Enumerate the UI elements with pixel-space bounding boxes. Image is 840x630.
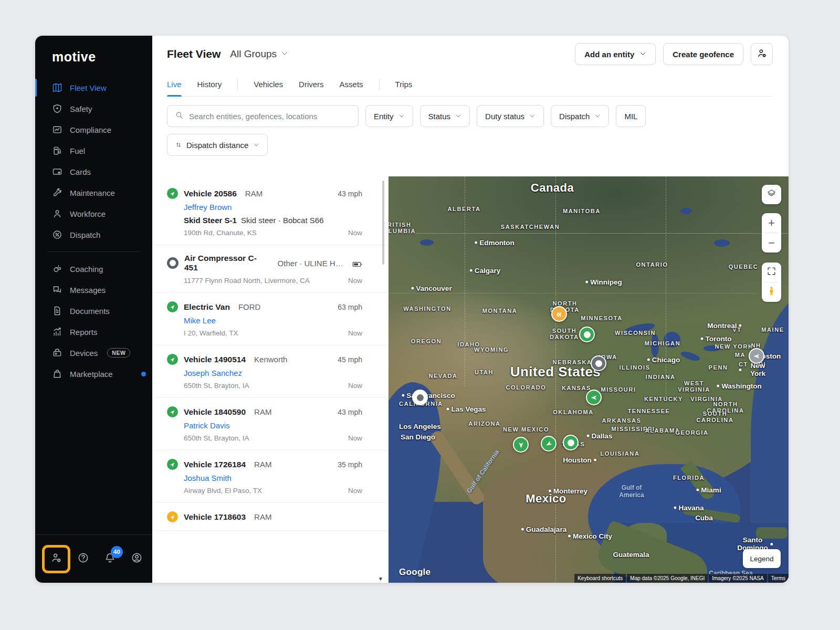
filter-duty-status[interactable]: Duty status (477, 105, 544, 127)
layers-icon[interactable] (762, 185, 781, 204)
tab-live[interactable]: Live (167, 72, 182, 96)
map-label-text: WASHINGTON (403, 306, 452, 312)
tab-trips[interactable]: Trips (395, 72, 413, 96)
map-label-mexico: Mexico (526, 492, 566, 506)
marker-gray-dot-iowa[interactable] (591, 355, 606, 371)
driver-link[interactable]: Joseph Sanchez (184, 369, 362, 377)
help-button[interactable] (76, 552, 90, 566)
map-label-havana: Havana (674, 504, 704, 512)
notifications-button[interactable]: 40 (103, 552, 117, 566)
sidebar-item-label: Marketplace (70, 370, 113, 379)
sidebar-item-label: Fuel (70, 146, 85, 155)
search-box[interactable] (167, 105, 359, 127)
filter-label: MIL (624, 112, 637, 121)
group-selector[interactable]: All Groups (230, 48, 288, 60)
sidebar-item-cards[interactable]: Cards (35, 161, 152, 182)
map-label-vancouver: Vancouver (411, 285, 452, 292)
tab-history[interactable]: History (197, 72, 222, 96)
pegman-icon[interactable] (762, 282, 781, 302)
sidebar-item-compliance[interactable]: Compliance (35, 119, 152, 140)
add-entity-button[interactable]: Add an entity (575, 43, 656, 65)
map-label-oregon: OREGON (411, 338, 442, 344)
vehicle-row[interactable]: Vehicle 1840590RAM43 mphPatrick Davis650… (152, 398, 388, 450)
terms-link[interactable]: Terms (768, 574, 789, 583)
filter-bar: EntityStatusDuty statusDispatchMIL Dispa… (167, 105, 773, 156)
list-scrollbar[interactable] (382, 181, 384, 265)
marker-green-nav-midland[interactable] (541, 436, 556, 452)
sidebar-item-maintenance[interactable]: Maintenance (35, 182, 152, 203)
filter-dispatch[interactable]: Dispatch (551, 105, 609, 127)
marker-dot (595, 360, 602, 367)
vehicle-row[interactable]: Vehicle 1726184RAM35 mphJoshua SmithAirw… (152, 450, 388, 503)
map-label-georgia: GEORGIA (675, 429, 708, 436)
filter-entity[interactable]: Entity (365, 105, 413, 127)
sidebar-item-dispatch[interactable]: Dispatch (35, 224, 152, 245)
vehicle-list: ▼ Vehicle 20586RAM43 mphJeffrey BrownSki… (152, 176, 388, 583)
zoom-out-button[interactable]: − (762, 233, 781, 253)
create-geofence-button[interactable]: Create geofence (663, 43, 743, 65)
sidebar-item-label: Documents (70, 307, 110, 316)
wrench-icon (52, 187, 62, 198)
marker-green-dot-sd[interactable] (579, 327, 595, 342)
filter-status[interactable]: Status (420, 105, 470, 127)
sidebar-item-workforce[interactable]: Workforce (35, 203, 152, 224)
marker-gray-nav-boston[interactable] (749, 348, 764, 364)
map-label-text: San Diego (401, 433, 435, 441)
map-canvas[interactable]: CanadaUnited StatesMexicoCubaGuatemalaAL… (388, 176, 789, 583)
whistle-icon (52, 264, 62, 274)
keyboard-shortcuts-link[interactable]: Keyboard shortcuts (574, 574, 626, 583)
vehicle-row[interactable]: Electric VanFORD63 mphMike LeeI 20, Warf… (152, 293, 388, 345)
vehicle-row[interactable]: Air Compressor C-451Other · ULINE H-…117… (152, 245, 388, 293)
marker-green-nav-missouri[interactable] (586, 390, 602, 405)
marker-yellow-chevrons[interactable]: « (551, 306, 567, 322)
filter-label: Duty status (485, 112, 524, 121)
driver-link[interactable]: Patrick Davis (184, 421, 362, 430)
search-input[interactable] (189, 112, 351, 121)
dispatch-distance-sort[interactable]: Dispatch distance (167, 134, 268, 156)
legend-button[interactable]: Legend (743, 549, 781, 568)
vehicle-speed: 63 mph (338, 303, 362, 311)
chevron-down-icon (281, 48, 288, 60)
vehicle-row[interactable]: Vehicle 20586RAM43 mphJeffrey BrownSkid … (152, 180, 388, 245)
marker-green-dot-texas[interactable] (563, 435, 579, 450)
vehicle-row[interactable]: Vehicle 1718603RAM (152, 503, 388, 531)
map-attribution: Keyboard shortcutsMap data ©2025 Google,… (574, 574, 789, 583)
sidebar-item-marketplace[interactable]: Marketplace (35, 363, 152, 384)
sidebar-item-devices[interactable]: DevicesNEW (35, 342, 152, 363)
map-label-text: WEST VIRGINIA (678, 380, 710, 393)
map-label-text: ALABAMA (645, 427, 680, 434)
marker-white-ring-sf[interactable] (412, 390, 428, 405)
map-label-text: Monterrey (553, 487, 587, 495)
fullscreen-icon[interactable] (762, 262, 781, 282)
zoom-in-button[interactable]: + (762, 213, 781, 233)
sidebar-item-coaching[interactable]: Coaching (35, 258, 152, 279)
sidebar-item-fleet-view[interactable]: Fleet View (35, 77, 152, 98)
driver-link[interactable]: Joshua Smith (184, 474, 362, 482)
tab-vehicles[interactable]: Vehicles (254, 72, 283, 96)
chart-icon (52, 327, 62, 337)
filter-mil[interactable]: MIL (616, 105, 646, 127)
sidebar-item-safety[interactable]: Safety (35, 98, 152, 119)
sidebar-item-reports[interactable]: Reports (35, 321, 152, 342)
vehicle-location: 11777 Flynn Road North, Livermore, CA (184, 277, 310, 285)
map-label-text: Washington (721, 382, 762, 390)
admin-users-button[interactable] (49, 552, 63, 566)
main-panel: Fleet View All Groups Add an entity Crea… (152, 36, 789, 583)
vehicle-row[interactable]: Vehicle 1490514Kenworth45 mphJoseph Sanc… (152, 345, 388, 398)
admin-users-button[interactable] (751, 43, 773, 65)
sidebar-item-messages[interactable]: Messages (35, 279, 152, 300)
tab-assets[interactable]: Assets (340, 72, 363, 96)
marker-green-nav-elpaso[interactable] (513, 437, 529, 453)
sidebar-footer: 40 (35, 534, 152, 583)
sidebar-item-fuel[interactable]: Fuel (35, 140, 152, 161)
driver-link[interactable]: Jeffrey Brown (184, 203, 362, 212)
create-geofence-label: Create geofence (673, 50, 734, 59)
map-label-text: BRITISH COLUMBIA (388, 222, 416, 234)
scroll-down-arrow[interactable]: ▼ (378, 576, 383, 582)
driver-link[interactable]: Mike Lee (184, 316, 362, 325)
tab-drivers[interactable]: Drivers (299, 72, 324, 96)
account-button[interactable] (130, 552, 143, 566)
sidebar-item-documents[interactable]: Documents (35, 300, 152, 321)
marker-dot (568, 439, 574, 446)
map-layers-control[interactable] (762, 185, 781, 204)
